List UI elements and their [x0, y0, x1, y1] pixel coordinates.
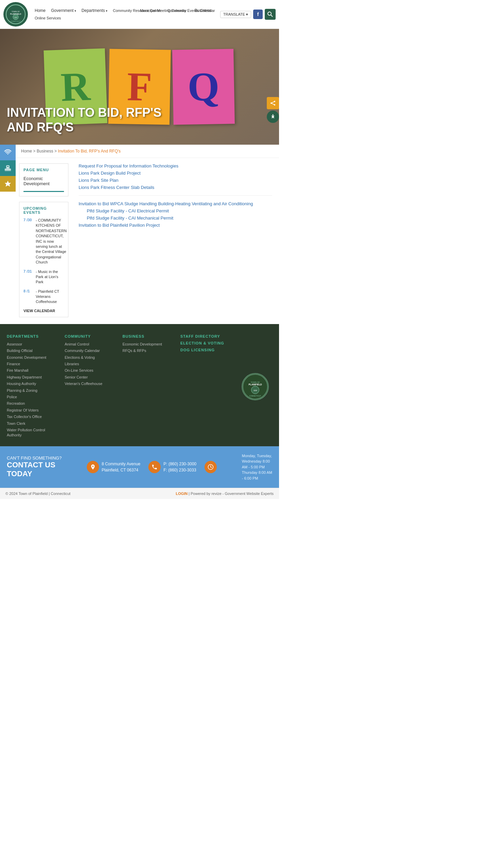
contact-address-text: 8 Community Avenue Plainfield, CT 06374	[102, 461, 141, 473]
link-lions-fitness[interactable]: Lions Park Fitness Center Slab Details	[79, 185, 272, 190]
footer-highway[interactable]: Highway Department	[7, 375, 58, 380]
footer-wpca[interactable]: Water Pollution Control Authority	[7, 428, 58, 438]
footer-police[interactable]: Police	[7, 395, 58, 400]
footer-economic-dev[interactable]: Economic Development	[7, 355, 58, 360]
accessibility-button[interactable]	[267, 111, 279, 123]
facebook-button[interactable]: f	[253, 10, 263, 19]
footer-elections[interactable]: Elections & Voting	[65, 355, 116, 360]
footer-election-voting[interactable]: ELECTION & VOTING	[180, 341, 231, 345]
pin-icon	[90, 464, 96, 470]
copyright-section: © 2024 Town of Plainfield | Connecticut	[5, 492, 70, 496]
footer-recreation[interactable]: Recreation	[7, 401, 58, 406]
hours-line3: AM - 5:00 PM	[242, 464, 272, 470]
nav-community-resource[interactable]: Community Resource Center	[110, 7, 137, 14]
footer-veterans[interactable]: Veteran's Coffeehouse	[65, 381, 116, 386]
footer-town-clerk[interactable]: Town Clerk	[7, 421, 58, 426]
share-icon	[270, 100, 276, 106]
nav-government[interactable]: Government	[48, 7, 79, 14]
hero-title-line1: INVITATION TO BID, RFP'S	[7, 105, 162, 120]
footer-biz-economic[interactable]: Economic Development	[122, 342, 174, 347]
footer-finance[interactable]: Finance	[7, 361, 58, 367]
footer-grid: DEPARTMENTS Assessor Building Official E…	[7, 334, 272, 439]
upcoming-events-box: UPCOMING EVENTS 7 /30 - COMMUNITY KITCHE…	[19, 202, 68, 317]
contact-title-line2: TODAY	[7, 469, 62, 478]
footer-housing[interactable]: Housing Authority	[7, 381, 58, 386]
breadcrumb-business[interactable]: Business	[37, 149, 53, 154]
footer-animal-control[interactable]: Animal Control	[65, 342, 116, 347]
hours-line1: Monday, Tuesday,	[242, 453, 272, 459]
svg-text:PLAINFIELD: PLAINFIELD	[248, 383, 262, 386]
breadcrumb-home[interactable]: Home	[21, 149, 32, 154]
address-line2: Plainfield, CT 06374	[102, 467, 141, 473]
nav-home[interactable]: Home	[32, 7, 48, 14]
event-3-date: 8 /1	[23, 289, 34, 293]
footer-community-col: COMMUNITY Animal Control Community Calen…	[65, 334, 116, 439]
footer-rfqs[interactable]: RFQs & RFPs	[122, 348, 174, 353]
link-electrical-permit[interactable]: Plfd Sludge Facility - CAI Electrical Pe…	[87, 208, 272, 213]
footer-planning[interactable]: Planning & Zoning	[7, 388, 58, 393]
svg-marker-18	[5, 181, 11, 187]
footer: DEPARTMENTS Assessor Building Official E…	[0, 324, 279, 446]
link-pavilion[interactable]: Invitation to Bid Plainfield Pavilion Pr…	[79, 223, 272, 228]
link-lions-site[interactable]: Lions Park Site Plan	[79, 178, 272, 183]
nav-business[interactable]: Business	[192, 7, 214, 14]
hero-title-line2: AND RFQ'S	[7, 120, 162, 134]
nav-community-events[interactable]: Community Events Calendar	[165, 7, 192, 14]
page-menu-economic[interactable]: Economic Development	[23, 175, 64, 188]
contact-items: 8 Community Avenue Plainfield, CT 06374 …	[68, 461, 235, 473]
header: TOWN OF PLAINFIELD 1699 CONNECTICUT Home…	[0, 0, 279, 29]
link-rfp-it[interactable]: Request For Proposal for Information Tec…	[79, 163, 272, 168]
wifi-button[interactable]	[0, 145, 16, 160]
contact-bar: CAN'T FIND SOMETHING? CONTACT US TODAY 8…	[0, 446, 279, 488]
view-calendar-link[interactable]: VIEW CALENDAR	[23, 309, 64, 313]
footer-senior-center[interactable]: Senior Center	[65, 375, 116, 380]
fax-number: (860) 230-3033	[168, 468, 196, 472]
phone-icon	[151, 464, 158, 470]
link-lions-design[interactable]: Lions Park Design Build Project	[79, 171, 272, 176]
footer-community-calendar[interactable]: Community Calendar	[65, 348, 116, 353]
translate-label: TRANSLATE	[223, 12, 245, 16]
contact-address-item: 8 Community Avenue Plainfield, CT 06374	[87, 461, 141, 473]
flood-button[interactable]	[0, 160, 16, 176]
page-menu-title: PAGE MENU	[23, 168, 64, 172]
footer-building-official[interactable]: Building Official	[7, 348, 58, 353]
nav-online-services[interactable]: Online Services	[32, 14, 52, 22]
link-wpca-sludge[interactable]: Invitation to Bid WPCA Sludge Handling B…	[79, 201, 272, 206]
footer-tax[interactable]: Tax Collector's Office	[7, 414, 58, 419]
hero-section: R F Q INVITATION TO BID, RFP'S AND RFQ'S	[0, 29, 279, 145]
page-menu-box: PAGE MENU Economic Development	[19, 163, 68, 196]
hours-line5: - 6:00 PM	[242, 476, 272, 481]
event-1-date: 7 /30	[23, 218, 34, 222]
svg-text:1699: 1699	[14, 17, 17, 18]
location-icon	[87, 461, 99, 473]
footer-assessor[interactable]: Assessor	[7, 342, 58, 347]
chevron-down-icon: ▾	[246, 12, 248, 17]
footer-registrar[interactable]: Registrar Of Voters	[7, 408, 58, 413]
login-link[interactable]: LOGIN	[176, 492, 187, 496]
svg-point-25	[92, 466, 94, 467]
translate-button[interactable]: TRANSLATE ▾	[220, 11, 251, 18]
bottom-right: LOGIN | Powered by revize - Government W…	[176, 492, 274, 496]
event-2-text: - Music in the Park at Lion's Park	[36, 269, 64, 285]
share-button[interactable]	[267, 97, 279, 109]
town-logo: TOWN OF PLAINFIELD 1699 CONNECTICUT	[3, 2, 28, 27]
nav-municipal-meeting[interactable]: Municipal Meeting Calendar	[137, 7, 165, 14]
phone-icon-circle	[148, 461, 161, 473]
nav-departments[interactable]: Departments	[79, 7, 110, 14]
footer-community-title: COMMUNITY	[65, 334, 116, 338]
svg-text:CONNECTICUT: CONNECTICUT	[249, 395, 261, 397]
star-icon	[4, 180, 12, 188]
footer-fire-marshall[interactable]: Fire Marshall	[7, 368, 58, 373]
link-mechanical-permit[interactable]: Plfd Sludge Facility - CAI Mechanical Pe…	[87, 215, 272, 221]
search-button[interactable]	[265, 9, 276, 20]
contact-cta: CAN'T FIND SOMETHING? CONTACT US TODAY	[7, 455, 62, 479]
left-float-icons	[0, 145, 16, 192]
contact-title: CONTACT US TODAY	[7, 461, 62, 479]
breadcrumb-current: Invitation To Bid, RFP's And RFQ's	[58, 149, 120, 154]
footer-dog-licensing[interactable]: DOG LICENSING	[180, 348, 231, 352]
wifi-icon	[4, 149, 12, 156]
star-button[interactable]	[0, 176, 16, 192]
footer-libraries[interactable]: Libraries	[65, 361, 116, 367]
footer-staff-dir[interactable]: STAFF DIRECTORY	[180, 334, 231, 338]
footer-online-services[interactable]: On-Line Services	[65, 368, 116, 373]
